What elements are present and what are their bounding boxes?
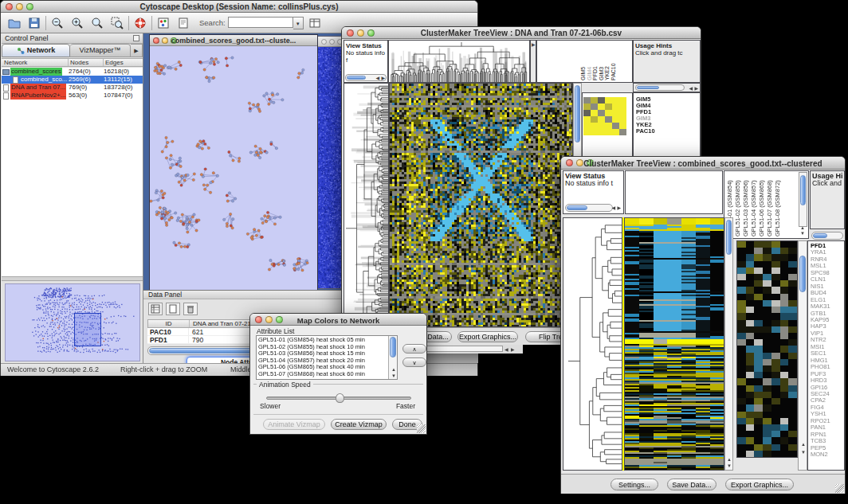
help-ring-icon[interactable]: [132, 15, 149, 31]
matrix-cell[interactable]: [612, 129, 619, 135]
save-session-icon[interactable]: [26, 15, 43, 31]
scroll-right-icon[interactable]: ▶: [617, 205, 621, 210]
scroll-left-icon[interactable]: ◀: [375, 76, 379, 80]
matrix-cell[interactable]: [612, 116, 619, 123]
network-table-header[interactable]: Network Nodes Edges: [2, 58, 143, 67]
scroll-up-icon[interactable]: ▲: [801, 442, 806, 447]
tv2-zoom-heatmap-canvas[interactable]: [737, 241, 797, 457]
network-list-item[interactable]: DNA and Tran 07...769(0)183728(0): [2, 84, 143, 92]
zoom-in-icon[interactable]: [69, 15, 86, 31]
id-column-header[interactable]: ID: [148, 320, 190, 327]
network-list-item[interactable]: RNAPuberNov2+...563(0)107847(0): [2, 92, 143, 100]
matrix-cell[interactable]: [619, 123, 626, 129]
matrix-cell[interactable]: [612, 97, 619, 104]
scroll-down-icon[interactable]: ▼: [800, 231, 805, 236]
matrix-cell[interactable]: [598, 110, 605, 116]
vscroll-thumb[interactable]: [575, 85, 580, 143]
matrix-cell[interactable]: [598, 104, 605, 110]
matrix-cell[interactable]: [598, 116, 605, 123]
zoom-selected-icon[interactable]: [108, 15, 126, 31]
tab-vizmapper[interactable]: VizMapper™: [70, 44, 131, 57]
overview-viewport-rect[interactable]: [74, 313, 101, 346]
matrix-cell[interactable]: [605, 123, 612, 129]
matrix-cell[interactable]: [605, 97, 612, 104]
gene-label[interactable]: MON2: [811, 451, 844, 458]
network-overview-canvas[interactable]: [6, 284, 139, 361]
matrix-cell[interactable]: [583, 97, 591, 104]
hscroll-thumb[interactable]: [813, 233, 827, 238]
matrix-cell[interactable]: [583, 129, 591, 135]
select-attributes-icon[interactable]: [148, 303, 163, 315]
tv1-column-dendrogram[interactable]: [388, 40, 530, 83]
matrix-cell[interactable]: [619, 129, 626, 135]
matrix-cell[interactable]: [583, 123, 591, 129]
network-list-item[interactable]: combined_scores2764(0)16218(0): [2, 68, 143, 76]
matrix-cell[interactable]: [598, 123, 605, 129]
network-list-item[interactable]: combined_sco...2569(6)13112(15): [2, 76, 143, 84]
tv2-vscrollbar[interactable]: ▲ ▼: [724, 217, 733, 471]
attribute-listbox[interactable]: GPL51-01 (GSM854) heat shock 05 minGPL51…: [256, 335, 398, 380]
vscroll-thumb[interactable]: [726, 220, 732, 255]
hscroll-thumb[interactable]: [637, 86, 659, 89]
tv1-export-graphics-button[interactable]: Export Graphics...: [457, 331, 518, 342]
tv2-export-graphics-button[interactable]: Export Graphics...: [725, 479, 794, 490]
annotation-icon[interactable]: [175, 15, 192, 31]
attribute-item[interactable]: GPL51-07 (GSM868) heat shock 60 min: [258, 371, 397, 378]
matrix-cell[interactable]: [612, 110, 619, 116]
search-dropdown-icon[interactable]: ▼: [293, 17, 304, 29]
slider-thumb[interactable]: [336, 393, 344, 403]
open-session-icon[interactable]: [6, 15, 23, 31]
panel-splitter[interactable]: [2, 276, 143, 281]
matrix-cell[interactable]: [583, 116, 591, 123]
tv1-heatmap-canvas[interactable]: [390, 84, 572, 326]
matrix-cell[interactable]: [591, 129, 598, 135]
matrix-cell[interactable]: [583, 110, 591, 116]
matrix-cell[interactable]: [605, 116, 612, 123]
tv1-status-scrollbar[interactable]: ◀ ▶: [345, 74, 387, 81]
column-header-network[interactable]: Network: [2, 59, 69, 66]
scroll-up-icon[interactable]: ▲: [391, 367, 396, 372]
matrix-cell[interactable]: [591, 104, 598, 110]
scroll-left-icon[interactable]: ◀: [504, 347, 508, 352]
scroll-down-icon[interactable]: ▼: [801, 450, 806, 455]
tv2-zoom-heatmap[interactable]: [736, 240, 798, 458]
create-vizmap-button[interactable]: Create Vizmap: [331, 419, 387, 430]
tv2-collabel-scrollbar[interactable]: [799, 172, 807, 227]
matrix-cell[interactable]: [619, 116, 626, 123]
search-combobox[interactable]: ▼: [228, 17, 304, 29]
network-window-1-titlebar[interactable]: combined_scores_good.txt--cluste...: [150, 35, 317, 46]
tv1-row-dendrogram[interactable]: [344, 83, 389, 327]
scroll-right-icon[interactable]: ▶: [694, 86, 698, 91]
tv1-heatmap[interactable]: [389, 83, 573, 327]
matrix-cell[interactable]: [583, 104, 591, 110]
animation-speed-slider[interactable]: [266, 397, 411, 400]
matrix-cell[interactable]: [605, 110, 612, 116]
animate-vizmap-button[interactable]: Animate Vizmap: [263, 419, 325, 430]
tab-overflow-icon[interactable]: ▶: [131, 44, 143, 57]
vscroll-thumb[interactable]: [390, 337, 396, 357]
hscroll-thumb[interactable]: [347, 76, 366, 80]
cytoscape-titlebar[interactable]: Cytoscape Desktop (Session Name: collins…: [1, 1, 477, 13]
tv2-settings-button[interactable]: Settings...: [610, 479, 658, 490]
matrix-cell[interactable]: [605, 129, 612, 135]
scroll-up-icon[interactable]: ▲: [727, 457, 732, 462]
scroll-up-icon[interactable]: ▲: [800, 225, 805, 230]
matrix-cell[interactable]: [591, 110, 598, 116]
network-canvas[interactable]: [150, 46, 317, 290]
tv1-row-tree-canvas[interactable]: [344, 84, 388, 326]
tv1-column-tree-canvas[interactable]: [389, 41, 529, 82]
scroll-down-icon[interactable]: ▼: [727, 463, 732, 468]
column-header-edges[interactable]: Edges: [104, 59, 143, 66]
scroll-left-icon[interactable]: ◀: [611, 205, 615, 210]
treeview1-titlebar[interactable]: ClusterMaker TreeView : DNA and Tran 07-…: [342, 27, 701, 39]
delete-attribute-icon[interactable]: [183, 303, 198, 315]
matrix-cell[interactable]: [619, 110, 626, 116]
tv2-row-dendrogram[interactable]: [563, 217, 622, 471]
tv2-hints-scrollbar[interactable]: [811, 232, 843, 240]
matrix-cell[interactable]: [612, 104, 619, 110]
treeview2-titlebar[interactable]: ClusterMaker TreeView : combined_scores_…: [561, 157, 845, 170]
tv2-status-scrollbar[interactable]: [565, 204, 613, 212]
dialog-titlebar[interactable]: Map Colors to Network: [250, 314, 426, 326]
float-panel-icon[interactable]: [133, 35, 139, 41]
tv1-summary-matrix[interactable]: [583, 97, 626, 135]
